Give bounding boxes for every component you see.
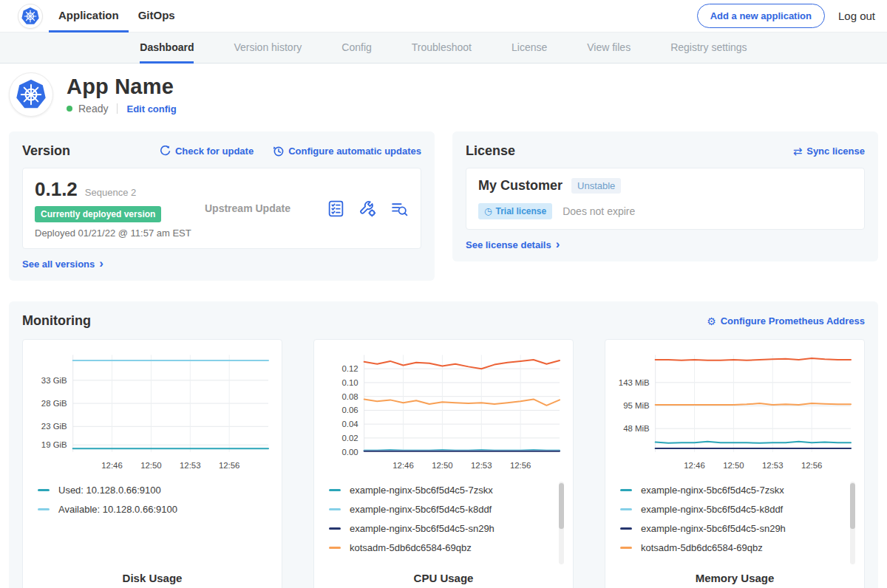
legend-item: Available: 10.128.0.66:9100	[38, 504, 273, 515]
svg-text:12:46: 12:46	[101, 461, 123, 470]
app-icon	[9, 72, 53, 117]
stopwatch-icon: ◷	[484, 206, 492, 216]
svg-text:12:50: 12:50	[432, 461, 453, 470]
see-all-versions-label: See all versions	[22, 259, 95, 270]
configure-prometheus-link[interactable]: ⚙ Configure Prometheus Address	[707, 315, 865, 327]
legend-item: example-nginx-5bc6f5d4c5-k8ddf	[620, 504, 855, 515]
legend-item: example-nginx-5bc6f5d4c5-k8ddf	[329, 504, 564, 515]
edit-config-link[interactable]: Edit config	[126, 103, 176, 114]
svg-text:12:56: 12:56	[801, 461, 823, 470]
svg-text:0.12: 0.12	[342, 364, 358, 373]
subnav-tab-view-files[interactable]: View files	[587, 33, 631, 64]
version-number: 0.1.2	[35, 178, 78, 201]
topnav-tab-application[interactable]: Application	[49, 0, 129, 33]
configure-prometheus-label: Configure Prometheus Address	[721, 315, 865, 327]
series-label: example-nginx-5bc6f5d4c5-sn29h	[641, 523, 786, 534]
legend-scrollbar-thumb[interactable]	[850, 483, 855, 529]
legend-item: kotsadm-5db6dc6584-69qbz	[329, 542, 564, 553]
deploy-logs-icon[interactable]	[390, 199, 409, 218]
series-label: example-nginx-5bc6f5d4c5-7zskx	[350, 485, 493, 496]
kubernetes-app-icon	[15, 78, 47, 111]
kubernetes-logo-icon	[21, 7, 40, 26]
see-license-details-label: See license details	[466, 239, 551, 250]
svg-text:19 GiB: 19 GiB	[41, 440, 67, 449]
svg-text:12:53: 12:53	[180, 461, 201, 470]
series-swatch	[329, 489, 341, 491]
svg-text:12:50: 12:50	[723, 461, 744, 470]
svg-text:33 GiB: 33 GiB	[41, 376, 67, 385]
sync-license-link[interactable]: ⇄ Sync license	[793, 145, 865, 158]
subnav-tab-version-history[interactable]: Version history	[234, 33, 302, 64]
disk-usage-chart-card: 19 GiB23 GiB28 GiB33 GiB12:4612:5012:531…	[22, 339, 282, 588]
current-version-panel: 0.1.2 Sequence 2 Currently deployed vers…	[22, 168, 421, 249]
svg-text:0.00: 0.00	[342, 448, 358, 457]
legend-item: example-nginx-5bc6f5d4c5-sn29h	[329, 523, 564, 534]
svg-text:12:53: 12:53	[471, 461, 492, 470]
clock-refresh-icon	[273, 146, 284, 157]
memory-usage-plot: 48 MiB95 MiB143 MiB12:4612:5012:5312:56	[614, 347, 855, 477]
cpu-usage-chart-card: 0.000.020.040.060.080.100.1212:4612:5012…	[313, 339, 574, 588]
series-label: Available: 10.128.0.66:9100	[58, 504, 177, 515]
chart-title: CPU Usage	[323, 572, 564, 584]
svg-text:12:56: 12:56	[219, 461, 240, 470]
svg-text:0.08: 0.08	[342, 392, 358, 401]
series-swatch	[620, 489, 632, 491]
see-all-versions-link[interactable]: See all versions ›	[22, 259, 103, 270]
subnav-tab-dashboard[interactable]: Dashboard	[140, 33, 194, 64]
legend-item: Used: 10.128.0.66:9100	[38, 485, 273, 496]
trial-license-label: Trial license	[495, 206, 546, 216]
gear-icon: ⚙	[707, 315, 716, 327]
refresh-icon	[160, 146, 171, 157]
add-new-application-button[interactable]: Add a new application	[697, 4, 825, 28]
disk-usage-legend: Used: 10.128.0.66:9100Available: 10.128.…	[32, 480, 273, 567]
legend-item: example-nginx-5bc6f5d4c5-sn29h	[620, 523, 855, 534]
legend-item: example-nginx-5bc6f5d4c5-7zskx	[329, 485, 564, 496]
check-for-update-link[interactable]: Check for update	[160, 146, 254, 157]
config-wrench-icon[interactable]	[358, 199, 377, 218]
series-swatch	[620, 508, 632, 510]
subnav-tab-troubleshoot[interactable]: Troubleshoot	[412, 33, 472, 64]
topnav-tabs: Application GitOps	[49, 0, 185, 33]
svg-text:0.06: 0.06	[342, 406, 358, 414]
series-swatch	[329, 527, 341, 530]
see-license-details-link[interactable]: See license details ›	[466, 239, 560, 250]
svg-text:28 GiB: 28 GiB	[41, 399, 67, 408]
legend-item: kotsadm-5db6dc6584-69qbz	[620, 542, 855, 553]
app-sub-nav: Dashboard Version history Config Trouble…	[0, 33, 887, 64]
check-for-update-label: Check for update	[175, 146, 254, 157]
topnav-right: Add a new application Log out	[697, 4, 887, 28]
svg-text:12:46: 12:46	[392, 461, 414, 470]
cpu-usage-plot: 0.000.020.040.060.080.100.1212:4612:5012…	[323, 347, 564, 477]
sequence-label: Sequence 2	[85, 187, 136, 198]
legend-scrollbar-thumb[interactable]	[559, 483, 564, 529]
memory-usage-chart-card: 48 MiB95 MiB143 MiB12:4612:5012:5312:56 …	[605, 339, 865, 588]
cpu-usage-legend: example-nginx-5bc6f5d4c5-7zskxexample-ng…	[323, 480, 564, 567]
chevron-right-icon: ›	[99, 260, 103, 267]
configure-automatic-updates-link[interactable]: Configure automatic updates	[273, 146, 421, 157]
deployed-timestamp: Deployed 01/21/22 @ 11:57 am EST	[35, 228, 205, 239]
logout-link[interactable]: Log out	[838, 10, 875, 22]
license-card: License ⇄ Sync license My Customer Unsta…	[452, 131, 878, 261]
svg-text:12:53: 12:53	[762, 461, 784, 470]
monitoring-card: Monitoring ⚙ Configure Prometheus Addres…	[9, 301, 878, 588]
svg-text:48 MiB: 48 MiB	[623, 424, 650, 433]
subnav-tab-config[interactable]: Config	[341, 33, 371, 64]
series-label: example-nginx-5bc6f5d4c5-k8ddf	[641, 504, 783, 515]
top-nav: Application GitOps Add a new application…	[0, 0, 887, 33]
series-label: kotsadm-5db6dc6584-69qbz	[350, 542, 472, 553]
svg-text:23 GiB: 23 GiB	[41, 422, 67, 431]
version-card-title: Version	[22, 143, 70, 159]
license-card-title: License	[466, 143, 515, 159]
subnav-tab-registry-settings[interactable]: Registry settings	[670, 33, 747, 64]
status-dot	[67, 106, 72, 112]
license-panel: My Customer Unstable ◷ Trial license Doe…	[466, 168, 865, 230]
preflight-checks-icon[interactable]	[327, 199, 345, 218]
charts-row: 19 GiB23 GiB28 GiB33 GiB12:4612:5012:531…	[22, 339, 865, 588]
series-label: example-nginx-5bc6f5d4c5-sn29h	[350, 523, 495, 534]
subnav-tab-license[interactable]: License	[512, 33, 547, 64]
chevron-right-icon: ›	[556, 241, 560, 248]
divider	[117, 103, 118, 114]
series-label: example-nginx-5bc6f5d4c5-7zskx	[641, 485, 784, 496]
topnav-tab-gitops[interactable]: GitOps	[129, 0, 185, 33]
kubernetes-logo[interactable]	[18, 4, 43, 29]
